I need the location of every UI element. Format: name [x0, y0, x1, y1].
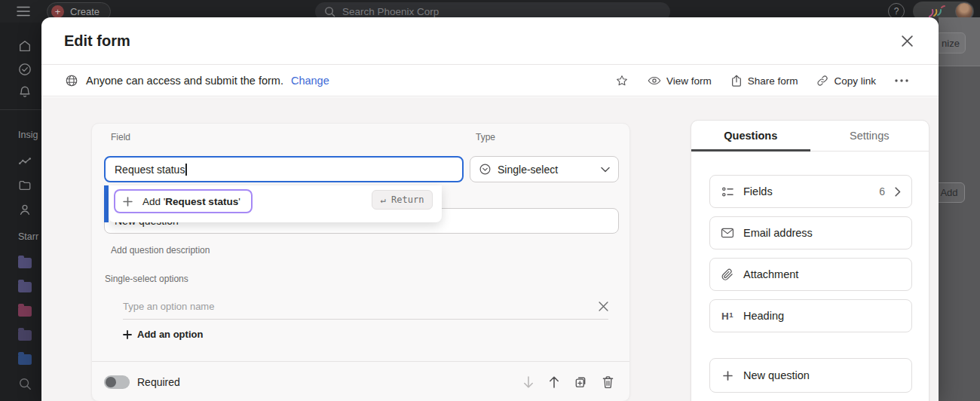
- plus-icon: [123, 330, 132, 339]
- project-folder-icon[interactable]: [18, 330, 32, 341]
- attachment-icon: [721, 268, 734, 281]
- fields-meta: 6: [879, 185, 901, 197]
- menu-icon[interactable]: [17, 5, 30, 17]
- share-form-label: Share form: [748, 75, 798, 87]
- view-form-label: View form: [666, 75, 712, 87]
- sidebar: Insig Starr: [0, 23, 41, 401]
- chart-icon[interactable]: [18, 155, 32, 168]
- panel-item-heading[interactable]: H1 Heading: [709, 299, 912, 332]
- move-down-button[interactable]: [522, 375, 534, 389]
- page-overlay-right: nize Add: [939, 17, 980, 401]
- email-icon: [721, 228, 734, 238]
- suggestion-text: Add 'Request status': [142, 196, 240, 207]
- eye-icon: [648, 75, 661, 86]
- panel-body: Fields 6 Email address: [709, 175, 912, 401]
- type-select[interactable]: Single-select: [470, 156, 619, 182]
- check-circle-icon[interactable]: [18, 63, 32, 76]
- add-label: Add: [940, 187, 957, 198]
- duplicate-icon: [574, 375, 588, 389]
- link-icon: [816, 75, 828, 87]
- field-name-value: Request status: [115, 164, 185, 176]
- access-banner: Anyone can access and submit the form. C…: [65, 65, 329, 96]
- panel-item-email[interactable]: Email address: [709, 216, 912, 249]
- tab-settings[interactable]: Settings: [810, 121, 929, 151]
- app-root: + Create Search Phoenix Corp ?: [0, 0, 980, 401]
- search-placeholder: Search Phoenix Corp: [342, 6, 439, 17]
- panel-item-label: Heading: [743, 310, 784, 322]
- required-toggle[interactable]: [104, 375, 130, 389]
- options-section-label: Single-select options: [105, 274, 188, 284]
- search-icon[interactable]: [18, 377, 32, 390]
- chevron-down-icon: [601, 167, 610, 173]
- share-form-button[interactable]: Share form: [730, 75, 798, 87]
- option-row: Type an option name: [123, 294, 608, 320]
- card-footer: Required: [92, 362, 629, 401]
- bell-icon[interactable]: [18, 85, 32, 99]
- add-option-button[interactable]: Add an option: [123, 329, 203, 340]
- toolbar-actions: View form Share form Copy link: [615, 65, 908, 96]
- arrow-down-icon: [522, 375, 534, 389]
- modal-content: Field Type Request status Single-select …: [41, 97, 939, 401]
- add-field-suggestion[interactable]: Add 'Request status': [114, 189, 253, 213]
- delete-button[interactable]: [602, 375, 614, 389]
- project-folder-icon[interactable]: [18, 258, 32, 268]
- plus-circle-icon: +: [51, 5, 64, 18]
- star-icon: [615, 74, 629, 87]
- project-folder-icon[interactable]: [18, 282, 32, 292]
- add-description-button[interactable]: Add question description: [111, 245, 210, 256]
- plus-icon: [123, 197, 133, 207]
- edit-form-modal: Edit form Anyone can access and submit t…: [41, 17, 939, 401]
- text-cursor: [185, 164, 187, 176]
- panel-tabs: Questions Settings: [691, 121, 929, 152]
- duplicate-button[interactable]: [574, 375, 588, 389]
- field-suggestion-popup: Add 'Request status' ↵ Return: [109, 185, 442, 222]
- person-icon[interactable]: [18, 203, 32, 216]
- home-icon[interactable]: [18, 39, 32, 53]
- project-folder-icon[interactable]: [18, 354, 32, 365]
- type-label: Type: [476, 132, 495, 142]
- project-folder-icon[interactable]: [18, 306, 32, 317]
- move-up-button[interactable]: [548, 375, 560, 389]
- questions-panel: Questions Settings Fields 6: [691, 120, 929, 401]
- modal-title: Edit form: [64, 32, 130, 50]
- modal-header: Edit form: [41, 17, 939, 65]
- folder-icon[interactable]: [18, 179, 32, 192]
- search-icon: [324, 6, 335, 17]
- access-banner-text: Anyone can access and submit the form.: [86, 75, 283, 87]
- change-access-link[interactable]: Change: [291, 75, 329, 87]
- share-icon: [730, 75, 743, 87]
- copy-link-button[interactable]: Copy link: [816, 75, 876, 87]
- option-name-input[interactable]: Type an option name: [123, 301, 599, 312]
- modal-toolbar: Anyone can access and submit the form. C…: [41, 65, 939, 96]
- panel-item-fields[interactable]: Fields 6: [709, 175, 912, 208]
- add-option-label: Add an option: [137, 329, 203, 340]
- fields-count: 6: [879, 185, 885, 197]
- chevron-right-icon: [895, 187, 901, 197]
- field-label: Field: [111, 132, 130, 142]
- arrow-up-icon: [548, 375, 560, 389]
- insights-section-label: Insig: [18, 130, 38, 140]
- question-actions: [522, 375, 614, 389]
- create-label: Create: [70, 6, 100, 17]
- return-key-hint: ↵ Return: [372, 190, 433, 210]
- ellipsis-icon: [895, 79, 908, 82]
- panel-item-label: Email address: [743, 227, 813, 239]
- panel-item-label: Fields: [743, 185, 773, 197]
- single-select-icon: [479, 163, 492, 176]
- type-select-value: Single-select: [498, 164, 558, 176]
- more-options-button[interactable]: [895, 79, 908, 82]
- new-question-button[interactable]: New question: [709, 358, 912, 393]
- customize-button[interactable]: nize: [936, 32, 966, 54]
- close-icon[interactable]: [901, 35, 914, 47]
- toggle-knob: [106, 377, 116, 387]
- view-form-button[interactable]: View form: [648, 75, 712, 87]
- new-question-label: New question: [743, 369, 810, 381]
- copy-link-label: Copy link: [834, 75, 876, 87]
- panel-item-attachment[interactable]: Attachment: [709, 258, 912, 291]
- remove-option-button[interactable]: [599, 302, 608, 311]
- field-name-input[interactable]: Request status: [104, 156, 464, 182]
- trash-icon: [602, 375, 614, 389]
- panel-item-label: Attachment: [743, 268, 798, 280]
- tab-questions[interactable]: Questions: [691, 121, 810, 151]
- favorite-button[interactable]: [615, 74, 629, 87]
